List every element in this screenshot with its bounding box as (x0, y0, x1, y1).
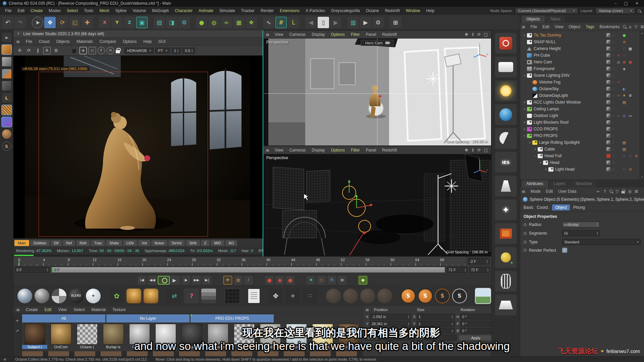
viewport-menu-item[interactable]: Filter (348, 147, 363, 153)
object-tree-item[interactable]: OctaneSky ◐ (520, 85, 644, 92)
viewport-menu-item[interactable]: Redshift (379, 32, 400, 38)
live-viewer-menu-item[interactable]: File (23, 39, 35, 45)
new-panel-icon[interactable]: ⊞ (635, 189, 638, 194)
tag-icon[interactable]: ∷ (622, 167, 627, 172)
tag-icon[interactable]: ◎ (622, 114, 627, 118)
burger-icon[interactable]: ≡ (365, 307, 372, 312)
expand-icon[interactable]: + (522, 134, 527, 137)
layer-chip[interactable] (606, 73, 610, 77)
octane-icon[interactable]: S (2, 141, 11, 151)
scale-icon[interactable]: ◱ (69, 17, 80, 28)
render-pass-button[interactable]: Shdw (106, 240, 122, 246)
visibility-dots-icon[interactable] (612, 40, 615, 44)
viewport-menu-item[interactable]: Cameras (286, 147, 309, 153)
octane-ies-light-button[interactable]: IES (495, 152, 517, 173)
move-icon[interactable]: ✥ (44, 17, 56, 28)
octane-arealight-button[interactable] (495, 57, 517, 77)
menu-item[interactable]: Render (258, 8, 277, 14)
octane-star-light-button[interactable]: ✦ (495, 199, 517, 220)
octane-vdb-icon[interactable]: ▦ (233, 17, 245, 28)
stepper-icon[interactable] (452, 315, 453, 319)
loop-button[interactable]: ⟳ (223, 276, 232, 285)
vp-pan-icon[interactable]: ✥ (465, 148, 468, 153)
object-name[interactable]: SNAP NULL (534, 40, 556, 44)
octane-lamp-shade-button[interactable] (495, 295, 517, 315)
visibility-dots-icon[interactable] (612, 127, 615, 131)
grid-palette-icon[interactable] (225, 289, 239, 303)
record-position-button[interactable]: ✚ (307, 276, 315, 285)
layer-tab[interactable]: No Layer (106, 314, 190, 322)
viewport-hero-cam[interactable]: ≡ View Cameras Display Options Filter Pa… (263, 30, 491, 146)
material-preset-pie[interactable] (52, 289, 66, 303)
layer-chip[interactable] (606, 161, 610, 165)
octane-liquid-icon[interactable]: ≈ (221, 17, 232, 28)
visibility-dots-icon[interactable] (612, 147, 615, 152)
menu-item[interactable]: Edit (14, 8, 28, 14)
target-icon[interactable]: ◎ (628, 189, 631, 194)
layer-chip[interactable] (606, 53, 610, 57)
move-small-icon[interactable]: ✥ (285, 289, 300, 303)
document-end-field[interactable]: 72 F (469, 267, 490, 273)
stepper-icon[interactable] (177, 49, 178, 53)
state-icon[interactable]: ◎ (616, 60, 621, 64)
segments-field[interactable]: 16 (562, 230, 600, 236)
lv-lock-icon[interactable] (61, 47, 69, 54)
object-name[interactable]: Scene Lighting ENV (534, 73, 570, 78)
layer-chip[interactable] (606, 33, 610, 37)
live-selection-icon[interactable]: ➤ (32, 17, 43, 28)
x-axis-lock-icon[interactable]: X (99, 17, 110, 28)
maximize-button[interactable]: □ (624, 1, 628, 6)
render-pass-button[interactable]: DeMain (30, 240, 50, 246)
menu-item[interactable]: X-Particles (303, 8, 328, 14)
stepper-icon[interactable] (452, 322, 453, 326)
material-menu-item[interactable]: Create (23, 307, 41, 313)
filmstrip-icon[interactable]: ▥ (347, 17, 359, 28)
render-pass-button[interactable]: Refr (76, 240, 90, 246)
goto-start-button[interactable]: |◀ (138, 276, 146, 285)
state-icon[interactable]: ✕ (616, 80, 621, 84)
tag-icon[interactable]: ∷ (622, 154, 627, 158)
next-key-button[interactable]: ▶▶ (192, 276, 201, 285)
render-pass-button[interactable]: Vol (138, 240, 150, 246)
timeline-ruler[interactable]: 0 4 8 12 16 20 24 28 32 36 40 44 (13, 257, 466, 266)
render-pass-button[interactable]: Z (201, 240, 210, 246)
document-preset-icon[interactable] (248, 289, 260, 303)
tag-icon[interactable]: ∷ (622, 47, 627, 51)
state-icon[interactable]: ✕ (616, 94, 621, 98)
attribute-menu-item[interactable]: Mode (528, 188, 543, 194)
object-name[interactable]: Outdoor Light (534, 113, 558, 118)
object-name[interactable]: Head Full (544, 154, 561, 158)
material-menu-item[interactable]: Select (70, 307, 88, 313)
burger-icon[interactable]: ≡ (266, 147, 270, 153)
layer-chip[interactable] (606, 134, 610, 138)
anim-dot-icon[interactable] (524, 232, 527, 235)
object-tree-item[interactable]: Foreground ◆ (520, 65, 644, 72)
octane-scatter-icon[interactable]: ◍ (208, 17, 220, 28)
tag-icon[interactable]: ▤ (622, 140, 627, 145)
powerslider-button[interactable]: ▥ (234, 276, 243, 285)
layer-chip[interactable] (606, 47, 610, 51)
tag-icon[interactable]: ◆ (622, 67, 627, 71)
object-name[interactable]: Head (550, 160, 559, 165)
material-item[interactable]: OctCom (48, 324, 73, 349)
workplane-mode-icon[interactable] (2, 105, 11, 115)
add-view-icon[interactable]: ⊞ (641, 24, 644, 29)
octane-daylight-button[interactable] (495, 80, 517, 101)
prev-document-icon[interactable]: ◀ (305, 17, 317, 28)
object-name[interactable]: Ceiling Lamps (534, 107, 559, 111)
material-thumbnail[interactable] (77, 324, 98, 345)
rotation-h-field[interactable]: 0 ° (461, 314, 494, 319)
viewport-menu-item[interactable]: Panel (363, 147, 379, 153)
object-menu-item[interactable]: File (528, 24, 539, 30)
recent-material-2[interactable] (343, 289, 358, 303)
record-active-button[interactable]: ◉ (275, 276, 284, 285)
radius-field[interactable]: <<Multipl (562, 222, 600, 228)
object-tree-item[interactable]: SNAP NULL ⊘ (520, 39, 644, 45)
lv-star-icon[interactable]: ✣ (16, 47, 23, 54)
menu-item[interactable]: Tools (81, 8, 96, 14)
workplane-icon[interactable]: L (288, 17, 299, 28)
visibility-dots-icon[interactable] (612, 107, 615, 111)
help-material-icon[interactable]: ? (184, 289, 199, 303)
octane-spot-light-button[interactable] (495, 176, 517, 196)
menu-item[interactable]: File (2, 8, 14, 14)
